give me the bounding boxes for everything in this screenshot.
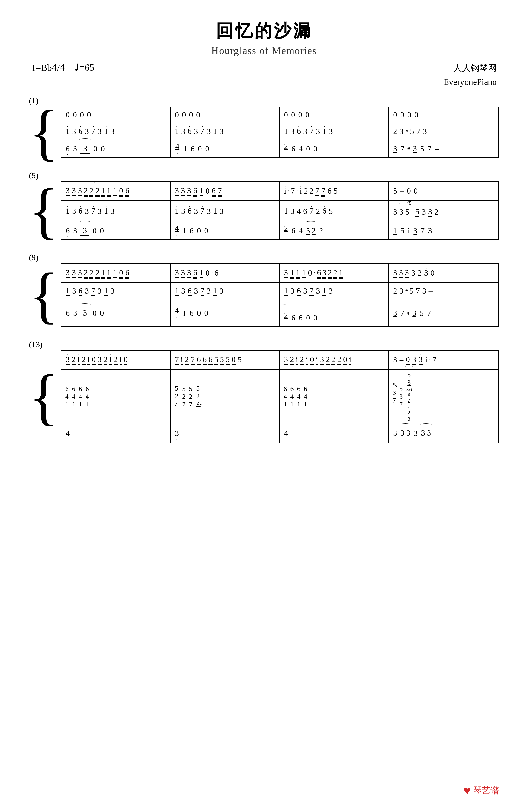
s4-m4-chord: #5 3 7 5 3 7 5 3 56 xyxy=(389,369,498,424)
s3-m3-mid: 1 3 6 3 7 3 1 3 xyxy=(280,282,389,300)
s2-m3-mid: 1 3 4 6 7 2 6 5 xyxy=(280,201,389,222)
s4-m3-bass: 4 – – – xyxy=(280,424,389,443)
s4-m1-bass: 4 – – – xyxy=(61,424,171,443)
s2-m4-mid: #5 3 3 5 #5 3 3 2 xyxy=(389,201,498,222)
section-2-system: { 3 3 3 2 2 2 xyxy=(29,181,499,240)
subtitle: Hourglass of Memories xyxy=(29,45,499,56)
s2-m3-bass: 2· 6 4 5 2 2 xyxy=(280,222,389,240)
m4-bass: 3 7 #3 5 7 – xyxy=(389,140,498,157)
s2-m1-bass: 6· 3 3 0 0 xyxy=(61,222,171,240)
s4-m1-top: 3 2 i 2 i 0 3 2 i 2 i 0 xyxy=(61,350,171,369)
section-3-label: (9) xyxy=(29,253,499,262)
section-4-system: { 3 2 i 2 i 0 3 2 i 2 i xyxy=(29,350,499,443)
m4-top: 0 0 0 0 xyxy=(389,107,498,123)
m3-top: 0 0 0 0 xyxy=(280,107,389,123)
m1-mid: 1 3 6 3 7 3 1 3 xyxy=(61,123,171,140)
m3-mid: 1 3 6 3 7 3 1 3 xyxy=(280,123,389,140)
m4-mid: 2 3 #5 7 3 – xyxy=(389,123,498,140)
s3-m1-mid: 1 3 6 3 7 3 1 3 xyxy=(61,282,171,300)
m2-top: 0 0 0 0 xyxy=(171,107,280,123)
s2-m2-bass: 4· 1 6 0 0 xyxy=(171,222,280,240)
tempo-mark: ♩=65 xyxy=(74,62,94,73)
tempo-info: 1=Bb4/4 ♩=65 xyxy=(31,61,94,74)
s4-m4-bass: 3· 3 3 3 3 3 xyxy=(389,424,498,443)
s3-m4-bass: 3 7 #3 5 7 – xyxy=(389,300,498,327)
s4-m3-chord: 6 4 1 6 4 1 6 4 1 xyxy=(280,369,389,424)
s3-m3-top: 3 1 1 1 0 · 6 3 2 xyxy=(280,263,389,282)
key-signature: 1=Bb4/4 xyxy=(31,61,65,74)
s3-m2-mid: 1 3 6 3 7 3 1 3 xyxy=(171,282,280,300)
publisher-cn: 人人钢琴网 xyxy=(444,61,497,75)
brace-4: { xyxy=(29,350,61,443)
s2-m4-top: 5 – 0 0 xyxy=(389,182,498,200)
logo-text: 琴艺谱 xyxy=(473,785,499,797)
s3-m4-top: 3 3 3 3 2 3 0 xyxy=(389,263,498,282)
s2-m2-top: 3 3 3 6 1 0 6 7 xyxy=(171,182,280,200)
s3-m2-bass: 4· 1 6 0 0 xyxy=(171,300,280,327)
s4-m2-top: 7 i 2 7 6 6 6 5 5 5 0 5 xyxy=(171,350,280,369)
s4-m1-chord: 6 4 1 6 4 1 6 4 1 xyxy=(61,369,171,424)
brace-2: { xyxy=(29,181,61,240)
s2-m1-mid: 1 3 6 3 7 3 1 3 xyxy=(61,201,171,222)
m2-bass: 4· 1 6 0 0 xyxy=(171,140,280,157)
s3-m2-top: 3 3 3 6 1 0 · 6 xyxy=(171,263,280,282)
publisher-en: EveryonePiano xyxy=(444,75,497,89)
section-4-label: (13) xyxy=(29,340,499,349)
section-1-label: (1) xyxy=(29,96,499,105)
s3-m1-bass: 6· 3 3 0 0 xyxy=(61,300,171,327)
logo-heart-icon: ♥ xyxy=(464,784,471,798)
brace-3: { xyxy=(29,263,61,327)
s2-m4-bass: 1 5 i 3 7 3 xyxy=(389,222,498,240)
s4-m2-chord: 5 2 7· 5 2 7 5 2 7 xyxy=(171,369,280,424)
s4-m3-top: 3 2 i 2 i 0 i 3 2 2 2 0 xyxy=(280,350,389,369)
s2-m3-top: i · 7 · i 2 2 7 7 6 5 xyxy=(280,182,389,200)
s2-m1-top: 3 3 3 2 2 2 1 1 xyxy=(61,182,171,200)
brace-1: { xyxy=(29,106,61,158)
s2-m2-mid: 1 3 6 3 7 3 1 3 xyxy=(171,201,280,222)
logo-area: ♥ 琴艺谱 xyxy=(464,784,499,798)
s3-m4-mid: 2 3 #5 7 3 – xyxy=(389,282,498,300)
section-3-system: { 3 3 3 2 2 2 xyxy=(29,263,499,327)
main-title: 回忆的沙漏 xyxy=(29,19,499,42)
page: 回忆的沙漏 Hourglass of Memories 1=Bb4/4 ♩=65… xyxy=(29,19,499,443)
s3-m1-top: 3 3 3 2 2 2 1 1 xyxy=(61,263,171,282)
m3-bass: 2· 6 4 0 0 xyxy=(280,140,389,157)
publisher-info: 人人钢琴网 EveryonePiano xyxy=(444,61,497,89)
m2-mid: 1 3 6 3 7 3 1 3 xyxy=(171,123,280,140)
sharp-sign: # xyxy=(405,129,408,135)
m1-bass: 6· 3 3 0 0 xyxy=(61,140,171,157)
s3-m3-bass: 4 2· 6 6 0 0 xyxy=(280,300,389,327)
s4-m2-bass: 3· – – – xyxy=(171,424,280,443)
m1-top: 0 0 0 0 xyxy=(61,107,171,123)
title-section: 回忆的沙漏 Hourglass of Memories xyxy=(29,19,499,56)
section-2-label: (5) xyxy=(29,171,499,180)
section-1-system: { 0 0 0 0 0 0 0 0 xyxy=(29,106,499,158)
meta-info: 1=Bb4/4 ♩=65 人人钢琴网 EveryonePiano xyxy=(29,61,499,89)
